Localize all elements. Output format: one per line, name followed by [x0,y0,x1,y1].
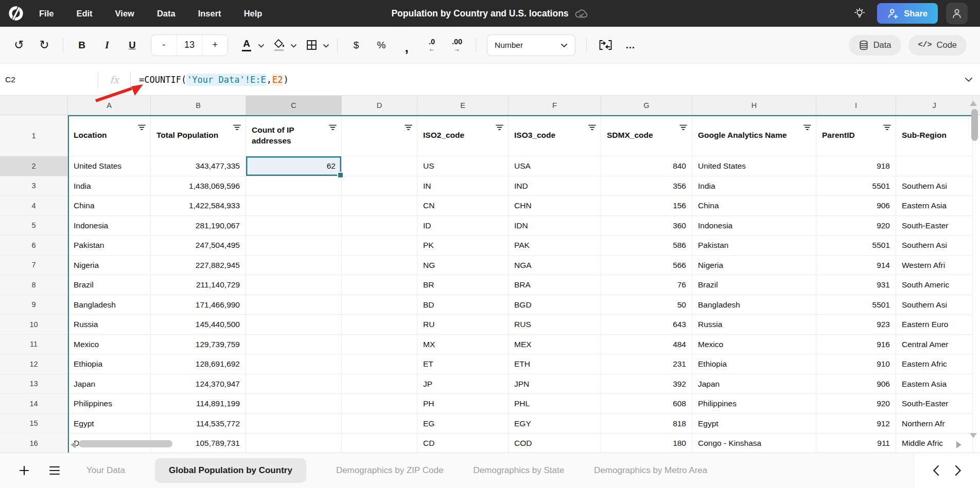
cell-H14[interactable]: Philippines [692,394,816,414]
cell-D3[interactable] [342,176,417,196]
cell-I8[interactable]: 931 [816,275,896,295]
font-size-increase-button[interactable]: + [202,35,227,56]
cell-G9[interactable]: 50 [601,295,692,315]
cell-F12[interactable]: ETH [509,354,601,374]
cell-C16[interactable] [246,433,342,453]
menu-file[interactable]: File [39,9,54,19]
cell-I2[interactable]: 918 [816,156,896,176]
cell-I16[interactable]: 911 [816,433,896,453]
cell-A7[interactable]: Nigeria [68,256,151,276]
cell-B2[interactable]: 343,477,335 [151,156,246,176]
cell-D12[interactable] [342,354,417,374]
cell-J11[interactable]: Central Amer [896,335,973,355]
cell-C2[interactable]: 62 [246,156,342,176]
cell-A11[interactable]: Mexico [68,335,151,355]
menu-data[interactable]: Data [157,9,176,19]
grid-corner-cell[interactable] [0,96,68,115]
cell-F16[interactable]: COD [509,433,601,453]
cell-D5[interactable] [342,216,417,236]
filter-icon[interactable] [138,123,146,133]
cell-E7[interactable]: NG [417,256,509,276]
cell-B12[interactable]: 128,691,692 [151,354,246,374]
column-header-G[interactable]: G [601,96,692,115]
header-cell-E1[interactable]: ISO2_code [417,115,509,156]
cell-G12[interactable]: 231 [601,354,692,374]
cell-C3[interactable] [246,176,342,196]
scroll-down-arrow[interactable] [970,433,977,438]
text-color-button[interactable]: A [236,34,257,56]
cell-A14[interactable]: Philippines [68,394,151,414]
cell-I6[interactable]: 5501 [816,236,896,256]
row-number-6[interactable]: 6 [0,236,68,256]
cell-G14[interactable]: 608 [601,394,692,414]
cell-I7[interactable]: 914 [816,256,896,276]
fill-color-chevron-icon[interactable] [290,41,297,50]
cell-I12[interactable]: 910 [816,354,896,374]
share-button[interactable]: Share [877,3,938,24]
scroll-right-arrow[interactable] [956,441,961,448]
cell-B6[interactable]: 247,504,495 [151,236,246,256]
cell-E3[interactable]: IN [417,176,509,196]
cell-C7[interactable] [246,256,342,276]
profile-button[interactable] [946,3,968,24]
menu-help[interactable]: Help [244,9,262,19]
font-size-value[interactable]: 13 [177,35,202,56]
cell-A3[interactable]: India [68,176,151,196]
column-header-J[interactable]: J [896,96,973,115]
cell-D11[interactable] [342,335,417,355]
cell-A2[interactable]: United States [68,156,151,176]
number-format-select[interactable]: Number [487,34,575,56]
cell-E12[interactable]: ET [417,354,509,374]
cell-I11[interactable]: 916 [816,335,896,355]
cell-G4[interactable]: 156 [601,196,692,216]
cell-C15[interactable] [246,414,342,434]
data-panel-button[interactable]: Data [849,35,901,56]
tab-demographics-by-zip-code[interactable]: Demographics by ZIP Code [336,465,444,476]
cell-J6[interactable]: Southern Asi [896,236,973,256]
text-color-chevron-icon[interactable] [258,41,265,50]
cell-B5[interactable]: 281,190,067 [151,216,246,236]
tab-scroll-left-button[interactable] [933,465,939,476]
cell-G13[interactable]: 392 [601,374,692,394]
column-header-B[interactable]: B [151,96,246,115]
cell-F9[interactable]: BGD [509,295,601,315]
cell-C5[interactable] [246,216,342,236]
filter-icon[interactable] [233,123,241,133]
cell-H10[interactable]: Russia [692,315,816,335]
lightbulb-icon[interactable] [850,4,869,23]
font-size-decrease-button[interactable]: - [151,35,177,56]
menu-insert[interactable]: Insert [198,9,221,19]
menu-edit[interactable]: Edit [76,9,92,19]
cell-F11[interactable]: MEX [509,335,601,355]
row-number-1[interactable]: 1 [0,115,68,156]
percent-format-button[interactable]: % [371,34,392,56]
cell-F8[interactable]: BRA [509,275,601,295]
cell-E9[interactable]: BD [417,295,509,315]
document-title[interactable]: Population by Country and U.S. locations [391,8,568,19]
currency-format-button[interactable]: $ [345,34,367,56]
cell-J5[interactable]: South-Easter [896,216,973,236]
cell-F4[interactable]: CHN [509,196,601,216]
cell-D6[interactable] [342,236,417,256]
filter-icon[interactable] [883,123,891,133]
column-header-F[interactable]: F [509,96,601,115]
cell-C11[interactable] [246,335,342,355]
cell-D10[interactable] [342,315,417,335]
row-number-2[interactable]: 2 [0,156,68,176]
cell-D13[interactable] [342,374,417,394]
column-header-E[interactable]: E [417,96,509,115]
cell-B11[interactable]: 129,739,759 [151,335,246,355]
row-number-15[interactable]: 15 [0,414,68,434]
cell-E10[interactable]: RU [417,315,509,335]
cell-B4[interactable]: 1,422,584,933 [151,196,246,216]
cell-J12[interactable]: Eastern Afric [896,354,973,374]
cell-B10[interactable]: 145,440,500 [151,315,246,335]
cell-B8[interactable]: 211,140,729 [151,275,246,295]
cell-G15[interactable]: 818 [601,414,692,434]
undo-button[interactable]: ↺ [8,34,30,56]
cell-F6[interactable]: PAK [509,236,601,256]
cell-E8[interactable]: BR [417,275,509,295]
header-cell-A1[interactable]: Location [68,115,151,156]
cell-I9[interactable]: 5501 [816,295,896,315]
cell-G8[interactable]: 76 [601,275,692,295]
